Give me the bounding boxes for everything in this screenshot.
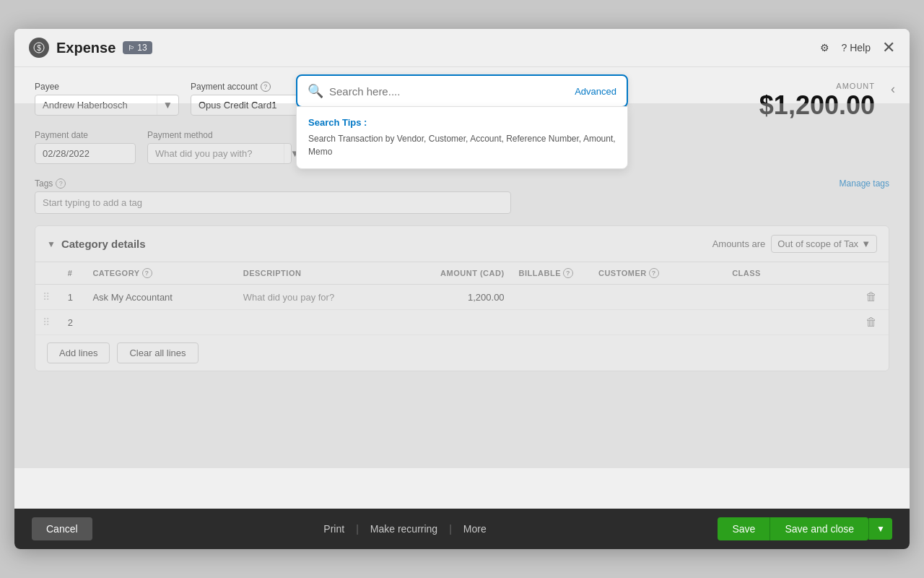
gear-icon: ⚙ (820, 42, 829, 53)
payment-method-wrapper: ▼ (147, 143, 292, 164)
cancel-button[interactable]: Cancel (32, 517, 92, 540)
amount-value: $1,200.00 (759, 90, 875, 121)
th-delete (858, 262, 889, 285)
save-close-dropdown-button[interactable]: ▼ (868, 518, 892, 540)
tax-dropdown-arrow: ▼ (861, 238, 871, 249)
row-number: 1 (61, 285, 86, 310)
drag-handle[interactable]: ⠿ (43, 291, 50, 303)
payment-method-group: Payment method ▼ (147, 130, 292, 164)
table-head: # CATEGORY ? DESCRIPTION AMOUNT (CAD) BI… (35, 262, 889, 285)
delete-cell-1: 🗑 (858, 285, 889, 310)
modal-header: $ Expense 🏳 13 ⚙ ? Help ✕ (14, 29, 910, 67)
delete-row-2-button[interactable]: 🗑 (866, 316, 877, 329)
payee-dropdown-button[interactable]: ▼ (157, 95, 178, 115)
payee-group: Payee ▼ (35, 82, 179, 116)
customer-cell (591, 285, 725, 310)
category-section: ▼ Category details Amounts are Out of sc… (35, 225, 889, 371)
search-tips-box: Search Tips : Search Transaction by Vend… (296, 106, 628, 169)
add-lines-button[interactable]: Add lines (47, 342, 110, 363)
customer-cell-2 (591, 310, 725, 335)
table-row: ⠿ 2 🗑 (35, 310, 889, 335)
search-tips-text: Search Transaction by Vendor, Customer, … (308, 132, 616, 158)
drag-handle-2[interactable]: ⠿ (43, 316, 50, 328)
search-overlay: 🔍 Advanced Search Tips : Search Transact… (296, 74, 628, 169)
th-billable: BILLABLE ? (512, 262, 591, 285)
th-category: CATEGORY ? (85, 262, 235, 285)
expense-icon: $ (29, 38, 49, 58)
th-description: DESCRIPTION (236, 262, 420, 285)
payee-input-wrapper: ▼ (35, 95, 179, 116)
header-right: ⚙ ? Help ✕ (820, 40, 895, 56)
svg-text:$: $ (37, 44, 41, 52)
payment-date-input[interactable] (35, 143, 136, 164)
manage-tags-link[interactable]: Manage tags (840, 178, 889, 189)
flag-badge[interactable]: 🏳 13 (123, 41, 152, 54)
tags-input[interactable] (35, 191, 511, 214)
tags-help-icon[interactable]: ? (56, 178, 66, 189)
expense-modal: $ Expense 🏳 13 ⚙ ? Help ✕ AMOUNT $1,200.… (14, 29, 910, 549)
search-icon: 🔍 (308, 83, 323, 99)
triangle-icon[interactable]: ▼ (47, 239, 56, 249)
search-box: 🔍 Advanced (296, 74, 628, 108)
tags-label: Tags (35, 178, 53, 189)
drag-handle-cell-2: ⠿ (35, 310, 61, 335)
billable-help-icon[interactable]: ? (563, 268, 573, 278)
clear-all-lines-button[interactable]: Clear all lines (117, 342, 198, 363)
settings-button[interactable]: ⚙ (820, 42, 829, 53)
description-input-2[interactable] (243, 317, 413, 328)
more-link[interactable]: More (452, 523, 498, 535)
th-class: CLASS (725, 262, 858, 285)
make-recurring-link[interactable]: Make recurring (359, 523, 449, 535)
payment-method-input[interactable] (148, 144, 284, 163)
tax-value: Out of scope of Tax (777, 238, 858, 249)
customer-help-icon[interactable]: ? (649, 268, 659, 278)
category-header: ▼ Category details Amounts are Out of sc… (35, 226, 889, 262)
description-cell (236, 285, 420, 310)
table-row: ⠿ 1 1,200.00 🗑 (35, 285, 889, 310)
close-button[interactable]: ✕ (882, 40, 895, 56)
search-tips-title: Search Tips : (308, 117, 616, 128)
search-input[interactable] (329, 85, 569, 98)
payee-input[interactable] (35, 95, 157, 115)
advanced-search-link[interactable]: Advanced (575, 86, 616, 97)
payment-date-label: Payment date (35, 130, 136, 140)
th-customer: CUSTOMER ? (591, 262, 725, 285)
class-cell (725, 285, 858, 310)
th-amount: AMOUNT (CAD) (419, 262, 511, 285)
payee-label: Payee (35, 82, 179, 92)
tags-section: Tags ? Manage tags (35, 178, 889, 214)
help-button[interactable]: ? Help (841, 42, 871, 53)
category-table: # CATEGORY ? DESCRIPTION AMOUNT (CAD) BI… (35, 262, 889, 335)
table-body: ⠿ 1 1,200.00 🗑 (35, 285, 889, 335)
category-cell-2 (85, 310, 235, 335)
payment-account-help-icon[interactable]: ? (261, 82, 271, 92)
amount-section: AMOUNT $1,200.00 (759, 82, 875, 121)
footer-center: Print | Make recurring | More (92, 523, 718, 535)
description-cell-2 (236, 310, 420, 335)
modal-title: Expense (56, 40, 116, 56)
category-input-2[interactable] (92, 317, 228, 328)
amount-cell-2 (419, 310, 511, 335)
description-input-1[interactable] (243, 292, 413, 303)
footer-right: Save Save and close ▼ (718, 517, 892, 540)
save-button[interactable]: Save (718, 517, 770, 540)
table-header-row: # CATEGORY ? DESCRIPTION AMOUNT (CAD) BI… (35, 262, 889, 285)
th-drag (35, 262, 61, 285)
category-title: ▼ Category details (47, 238, 146, 250)
flag-icon: 🏳 (128, 44, 135, 52)
tax-select[interactable]: Out of scope of Tax ▼ (771, 235, 877, 253)
category-input-1[interactable] (92, 292, 228, 303)
collapse-button[interactable]: ‹ (891, 82, 895, 97)
billable-cell (512, 285, 591, 310)
delete-row-1-button[interactable]: 🗑 (866, 290, 877, 303)
category-help-icon[interactable]: ? (142, 268, 152, 278)
category-cell (85, 285, 235, 310)
table-footer: Add lines Clear all lines (35, 335, 889, 371)
tags-header: Tags ? Manage tags (35, 178, 889, 189)
payment-date-group: Payment date (35, 130, 136, 164)
badge-count: 13 (137, 43, 147, 53)
drag-handle-cell: ⠿ (35, 285, 61, 310)
question-icon: ? (841, 42, 847, 53)
save-and-close-button[interactable]: Save and close (770, 517, 868, 540)
print-link[interactable]: Print (312, 523, 356, 535)
